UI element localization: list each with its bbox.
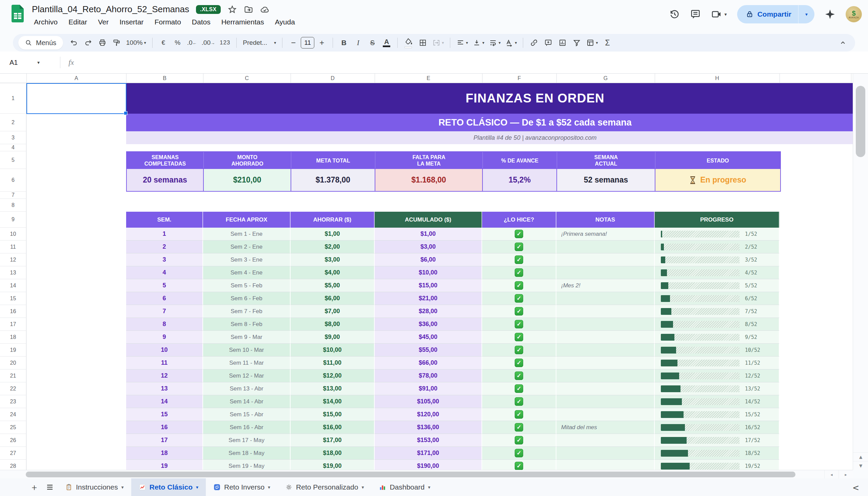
selected-cell-a1[interactable] [27,83,127,114]
cell-hic[interactable]: ✓ [482,331,557,344]
cell-not[interactable] [557,395,655,408]
row-header-19[interactable]: 19 [0,344,27,357]
share-button[interactable]: Compartir ▾ [737,5,815,24]
column-header-F[interactable]: F [518,74,521,83]
cell-fec[interactable]: Sem 18 - May [203,447,291,460]
row-header-1[interactable]: 1 [0,83,27,114]
menu-ver[interactable]: Ver [94,17,113,27]
cell-not[interactable] [557,253,655,266]
menu-herramientas[interactable]: Herramientas [217,17,268,27]
cell-not[interactable] [557,344,655,357]
menu-datos[interactable]: Datos [188,17,215,27]
cell-sem[interactable]: 9 [126,331,203,344]
sheets-logo-icon[interactable] [9,4,27,23]
text-color-button[interactable]: A [380,36,393,49]
cell-not[interactable] [557,447,655,460]
row-header-5[interactable]: 5 [0,151,27,169]
cell-sem[interactable]: 19 [126,460,203,470]
tab-menu-icon[interactable]: ▾ [268,484,270,490]
cell-fec[interactable]: Sem 19 - May [203,460,291,470]
cell-hic[interactable]: ✓ [482,357,557,370]
spreadsheet-grid[interactable]: ABCDEFGH 1234567891011121314151617181920… [0,74,853,470]
cell-fec[interactable]: Sem 7 - Feb [203,305,291,318]
table-header-cell[interactable]: FECHA APROX [203,212,291,228]
cell-aho[interactable]: $7,00 [291,305,375,318]
insert-link-button[interactable] [527,36,541,49]
cell-prg[interactable]: 4/52 [655,266,779,279]
menu-formato[interactable]: Formato [150,17,185,27]
row-header-13[interactable]: 13 [0,266,27,279]
horizontal-scrollbar[interactable]: ◂ ▸ [0,470,853,478]
row-header-2[interactable]: 2 [0,114,27,131]
menu-editar[interactable]: Editar [64,17,91,27]
strikethrough-button[interactable]: S [366,36,379,49]
summary-header-cell[interactable]: SEMANASCOMPLETADAS [127,152,204,169]
cell-hic[interactable]: ✓ [482,241,557,253]
cell-not[interactable] [557,382,655,395]
row-header-26[interactable]: 26 [0,434,27,447]
vertical-scrollbar-thumb[interactable] [856,86,865,157]
share-dropdown[interactable]: ▾ [798,5,815,24]
summary-value-cell[interactable]: $210,00 [204,169,291,191]
decrease-font-size-button[interactable]: − [287,36,300,49]
banner-subtitle-cell[interactable]: RETO CLÁSICO — De $1 a $52 cada semana [126,114,853,131]
meet-button[interactable]: ▾ [711,9,727,20]
row-header-14[interactable]: 14 [0,279,27,292]
row-header-8[interactable]: 8 [0,199,27,212]
comments-icon[interactable] [690,9,701,20]
column-headers[interactable]: ABCDEFGH [0,74,853,83]
borders-button[interactable] [416,36,430,49]
cell-sem[interactable]: 1 [126,228,203,241]
bold-button[interactable]: B [337,36,351,49]
print-button[interactable] [96,36,109,49]
more-formats-button[interactable]: 123 [218,36,232,49]
cell-sem[interactable]: 12 [126,370,203,382]
document-title[interactable]: Plantilla_04_Reto_Ahorro_52_Semanas [32,4,189,15]
cell-hic[interactable]: ✓ [482,253,557,266]
paint-format-button[interactable] [110,36,124,49]
cell-sem[interactable]: 15 [126,408,203,421]
collapse-side-panel-button[interactable]: < [852,483,859,493]
row-header-15[interactable]: 15 [0,292,27,305]
cell-prg[interactable]: 19/52 [655,460,779,470]
cell-not[interactable] [557,241,655,253]
cell-hic[interactable]: ✓ [482,382,557,395]
row-header-12[interactable]: 12 [0,253,27,266]
sheet-tab-reto-inverso[interactable]: Reto Inverso▾ [206,478,278,496]
cell-sem[interactable]: 18 [126,447,203,460]
cell-sem[interactable]: 10 [126,344,203,357]
decrease-decimal-button[interactable]: .0← [185,36,199,49]
summary-value-cell[interactable]: 52 semanas [557,169,655,191]
row-header-3[interactable]: 3 [0,131,27,144]
row-header-27[interactable]: 27 [0,447,27,460]
cell-fec[interactable]: Sem 17 - May [203,434,291,447]
cell-fec[interactable]: Sem 12 - Mar [203,370,291,382]
cell-acu[interactable]: $6,00 [375,253,482,266]
cell-acu[interactable]: $105,00 [375,395,482,408]
account-avatar[interactable]: $ AVANZA [846,6,862,22]
cell-hic[interactable]: ✓ [482,305,557,318]
cell-prg[interactable]: 13/52 [655,382,779,395]
cell-acu[interactable]: $21,00 [375,292,482,305]
row-header-23[interactable]: 23 [0,395,27,408]
tab-menu-icon[interactable]: ▾ [196,484,198,490]
summary-value-cell[interactable]: 20 semanas [127,169,204,191]
row-header-21[interactable]: 21 [0,370,27,382]
cell-acu[interactable]: $45,00 [375,331,482,344]
cell-sem[interactable]: 5 [126,279,203,292]
tab-menu-icon[interactable]: ▾ [361,484,364,490]
cell-hic[interactable]: ✓ [482,447,557,460]
cell-prg[interactable]: 12/52 [655,370,779,382]
format-percent-button[interactable]: % [171,36,184,49]
move-to-folder-icon[interactable] [244,5,253,14]
name-box[interactable]: A1 [0,59,51,66]
column-header-E[interactable]: E [427,74,430,83]
all-sheets-button[interactable] [42,479,58,495]
column-header-B[interactable]: B [163,74,166,83]
cell-fec[interactable]: Sem 4 - Ene [203,266,291,279]
row-header-24[interactable]: 24 [0,408,27,421]
cell-aho[interactable]: $15,00 [291,408,375,421]
cell-fec[interactable]: Sem 5 - Feb [203,279,291,292]
cell-acu[interactable]: $55,00 [375,344,482,357]
cell-not[interactable]: ¡Mes 2! [557,279,655,292]
